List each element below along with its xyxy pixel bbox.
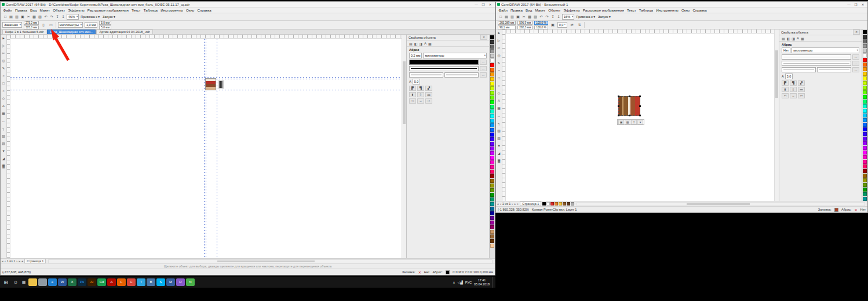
object-width-field[interactable]: 596,9 мм [517, 21, 533, 25]
round-corner-button[interactable]: ▜ [790, 80, 797, 86]
launch-dropdown[interactable]: Запуск ▾ [101, 14, 116, 19]
document-palette-swatch[interactable] [567, 202, 570, 205]
palette-color-swatch[interactable] [490, 211, 494, 215]
drawing-canvas[interactable]: ▣▦↥▾ [506, 34, 774, 201]
palette-color-swatch[interactable] [490, 234, 494, 238]
import-icon[interactable]: ↧ [54, 14, 60, 20]
transparency-tool[interactable]: ▨ [497, 135, 500, 142]
last-page-button[interactable]: » [19, 259, 20, 263]
palette-color-swatch[interactable] [863, 35, 867, 39]
import-icon[interactable]: ↧ [550, 14, 556, 20]
palette-color-swatch[interactable] [490, 225, 494, 229]
palette-color-swatch[interactable] [490, 137, 494, 141]
outline-style-options-button[interactable]: … [852, 61, 859, 66]
palette-color-swatch[interactable] [863, 118, 867, 122]
rotation-angle-field[interactable]: 0,0 ° [557, 22, 567, 28]
menu-item[interactable]: Вид [29, 8, 38, 12]
tray-network-icon[interactable]: ▟ [460, 280, 463, 284]
vertical-guideline[interactable] [206, 39, 206, 258]
polygon-tool[interactable]: ◇ [2, 95, 5, 102]
vertical-guideline[interactable] [204, 39, 205, 258]
placed-label-artwork[interactable] [205, 78, 216, 90]
polygon-tool[interactable]: ◇ [498, 90, 500, 97]
palette-color-swatch[interactable] [490, 91, 494, 95]
shape-tool[interactable]: ▷ [498, 37, 500, 45]
powerclip-extract-button[interactable]: ↥ [631, 120, 637, 124]
palette-color-swatch[interactable] [863, 169, 867, 173]
taskbar-icon-mail[interactable]: M [166, 278, 175, 286]
taskbar-icon-skype[interactable]: S [156, 278, 165, 286]
page-height-field[interactable]: 305,0 мм [24, 25, 39, 30]
outline-pen-tool[interactable]: ◢ [498, 150, 500, 157]
zoom-level-combo[interactable]: 46% [67, 14, 79, 20]
tray-chevron-icon[interactable]: ∧ [453, 280, 455, 284]
ellipse-tool[interactable]: ○ [2, 87, 5, 95]
palette-color-swatch[interactable] [490, 86, 494, 90]
outline-inside-button[interactable]: ↤ [782, 93, 789, 98]
copy-icon[interactable]: ▩ [31, 14, 37, 20]
palette-color-swatch[interactable] [490, 109, 494, 113]
outline-style-combo[interactable] [409, 66, 479, 71]
undo-icon[interactable]: ↶ [538, 14, 544, 20]
menu-item[interactable]: Инструменты [655, 8, 680, 12]
start-arrowhead-combo[interactable] [782, 67, 816, 72]
outline-color-options-button[interactable]: … [480, 60, 487, 65]
search-icon[interactable]: ⊙ [12, 280, 20, 285]
taskbar-icon-explorer[interactable] [28, 278, 37, 286]
fill-tool[interactable]: ▓ [2, 163, 5, 170]
taskbar-icon-vk[interactable]: B [147, 278, 155, 286]
paste-icon[interactable]: ▨ [533, 14, 538, 20]
round-corner-button[interactable]: ▜ [417, 86, 424, 91]
docker-close-icon[interactable]: ✕ [853, 30, 860, 35]
palette-color-swatch[interactable] [863, 109, 867, 113]
menu-item[interactable]: Файл [497, 8, 509, 12]
scrollbar-thumb[interactable] [217, 260, 315, 262]
palette-color-swatch[interactable] [490, 244, 494, 248]
outline-units-combo[interactable]: миллиметры [423, 53, 487, 58]
open-icon[interactable]: ▤ [504, 14, 509, 20]
palette-color-swatch[interactable] [863, 39, 867, 43]
zoom-tool[interactable]: ◎ [497, 52, 500, 60]
palette-color-swatch[interactable] [863, 30, 867, 34]
undo-icon[interactable]: ↶ [43, 14, 49, 20]
palette-color-swatch[interactable] [863, 178, 867, 182]
miter-limit-field[interactable]: 5,0 [785, 74, 793, 79]
menu-item[interactable]: Правка [13, 8, 28, 12]
snap-to-dropdown[interactable]: Привязка к ▾ [575, 14, 596, 19]
scale-y-field[interactable]: 100,0 % [534, 25, 548, 30]
redo-icon[interactable]: ↷ [544, 14, 550, 20]
palette-color-swatch[interactable] [490, 49, 494, 53]
taskbar-icon-telegram[interactable]: T [137, 278, 145, 286]
outline-inside-button[interactable]: ↤ [409, 98, 416, 104]
mirror-horizontal-button[interactable]: ⇄ [569, 22, 575, 28]
palette-color-swatch[interactable] [490, 216, 494, 220]
palette-color-swatch[interactable] [490, 170, 494, 174]
palette-color-swatch[interactable] [863, 192, 867, 196]
palette-color-swatch[interactable] [863, 63, 867, 67]
shape-tool[interactable]: ▷ [2, 42, 5, 50]
round-cap-button[interactable]: ▯ [417, 92, 424, 97]
palette-color-swatch[interactable] [490, 54, 494, 58]
palette-color-swatch[interactable] [863, 164, 867, 168]
drop-shadow-tool[interactable]: ▧ [497, 127, 500, 135]
mirror-vertical-button[interactable]: ⇅ [577, 22, 582, 28]
outline-units-combo[interactable]: миллиметры [792, 47, 859, 53]
eyedropper-tool[interactable]: ▼ [2, 148, 5, 155]
vertical-scrollbar[interactable] [774, 30, 779, 201]
palette-color-swatch[interactable] [863, 67, 867, 71]
outline-width-field[interactable]: 0,2 мм [409, 53, 422, 58]
add-page-button[interactable]: + [517, 202, 519, 205]
palette-color-swatch[interactable] [863, 86, 867, 90]
next-page-button[interactable]: › [16, 259, 17, 263]
palette-color-swatch[interactable] [490, 133, 494, 137]
taskbar-icon-edge[interactable]: e [48, 278, 57, 286]
rectangle-tool[interactable]: □ [498, 75, 500, 82]
taskbar-icon-photoshop[interactable]: Ps [78, 278, 86, 286]
palette-color-swatch[interactable] [863, 44, 867, 48]
palette-color-swatch[interactable] [490, 96, 494, 100]
minimize-button[interactable]: — [473, 2, 480, 7]
palette-color-swatch[interactable] [490, 35, 494, 39]
palette-color-swatch[interactable] [863, 150, 867, 155]
table-tool[interactable]: ▦ [497, 105, 500, 112]
duplicate-x-field[interactable]: 5,0 мм [99, 21, 111, 25]
